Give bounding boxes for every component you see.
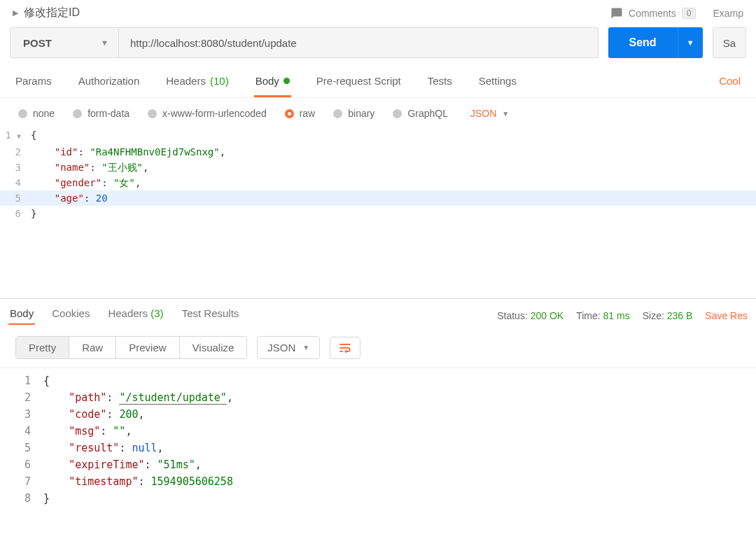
code-line[interactable]: 3 "code": 200, xyxy=(0,406,756,423)
method-select[interactable]: POST ▼ xyxy=(10,27,119,58)
line-number: 5 xyxy=(0,440,43,456)
examples-button[interactable]: Examp xyxy=(713,8,743,19)
response-viewer-bar: Pretty Raw Preview Visualize JSON ▼ xyxy=(0,330,756,365)
body-type-row: none form-data x-www-form-urlencoded raw… xyxy=(0,98,756,126)
radio-icon xyxy=(18,109,27,118)
request-tabs: Params Authorization Headers (10) Body P… xyxy=(0,68,756,98)
body-modified-icon xyxy=(284,78,290,84)
code-line[interactable]: 7 "timestamp": 1594905606258 xyxy=(0,473,756,490)
code-line[interactable]: 2 "path": "/student/update", xyxy=(0,389,756,406)
code-line[interactable]: 4 "gender": "女", xyxy=(0,175,756,190)
line-number: 3 xyxy=(0,406,43,423)
body-type-form-data[interactable]: form-data xyxy=(73,108,130,119)
chevron-down-icon: ▼ xyxy=(502,110,509,118)
code-line[interactable]: 4 "msg": "", xyxy=(0,423,756,440)
tab-authorization[interactable]: Authorization xyxy=(77,68,141,97)
line-number: 3 xyxy=(0,160,31,175)
body-type-urlencoded[interactable]: x-www-form-urlencoded xyxy=(148,108,267,119)
tab-prerequest[interactable]: Pre-request Script xyxy=(315,68,402,97)
line-content: "msg": "", xyxy=(43,423,756,440)
line-content: } xyxy=(43,490,756,507)
status-value: 200 OK xyxy=(531,310,564,321)
radio-icon xyxy=(333,109,342,118)
request-header: ▶ 修改指定ID Comments 0 Examp xyxy=(0,0,756,27)
comments-button[interactable]: Comments 0 xyxy=(610,7,696,20)
code-line[interactable]: 6 "expireTime": "51ms", xyxy=(0,456,756,473)
tab-tests[interactable]: Tests xyxy=(426,68,454,97)
line-number: 1 xyxy=(0,372,43,389)
send-dropdown[interactable]: ▼ xyxy=(678,27,703,58)
radio-icon xyxy=(393,109,402,118)
body-type-none[interactable]: none xyxy=(18,108,55,119)
line-number: 2 xyxy=(0,389,43,406)
line-number: 7 xyxy=(0,473,43,490)
request-bar: POST ▼ http://localhost:8080/student/upd… xyxy=(0,27,756,68)
line-content: "gender": "女", xyxy=(31,175,756,190)
line-number: 5 xyxy=(0,190,31,206)
size-value: 236 B xyxy=(667,310,693,321)
line-content: } xyxy=(31,206,756,221)
response-tab-cookies[interactable]: Cookies xyxy=(50,306,91,325)
request-name[interactable]: 修改指定ID xyxy=(24,6,80,20)
view-raw[interactable]: Raw xyxy=(69,337,116,358)
code-line[interactable]: 6} xyxy=(0,206,756,221)
tab-headers[interactable]: Headers (10) xyxy=(164,68,230,97)
chevron-down-icon: ▼ xyxy=(302,344,309,351)
body-type-graphql[interactable]: GraphQL xyxy=(393,108,448,119)
line-content: { xyxy=(43,372,756,389)
cookies-link[interactable]: Cool xyxy=(718,68,742,97)
save-response-button[interactable]: Save Res xyxy=(705,310,748,321)
code-line[interactable]: 1 ▼{ xyxy=(0,127,756,144)
line-number: 6 xyxy=(0,206,31,221)
line-number: 6 xyxy=(0,456,43,473)
code-line[interactable]: 1{ xyxy=(0,372,756,389)
line-content: "result": null, xyxy=(43,440,756,456)
response-tab-headers[interactable]: Headers (3) xyxy=(106,306,164,325)
body-type-raw[interactable]: raw xyxy=(285,108,316,119)
time-value: 81 ms xyxy=(603,310,630,321)
chevron-down-icon: ▼ xyxy=(687,38,694,47)
comment-icon xyxy=(610,7,623,20)
line-content: "expireTime": "51ms", xyxy=(43,456,756,473)
line-content: "timestamp": 1594905606258 xyxy=(43,473,756,490)
response-format-select[interactable]: JSON ▼ xyxy=(257,336,320,359)
view-pretty[interactable]: Pretty xyxy=(16,337,69,358)
radio-selected-icon xyxy=(285,109,294,118)
view-preview[interactable]: Preview xyxy=(116,337,179,358)
code-line[interactable]: 8} xyxy=(0,490,756,507)
url-input[interactable]: http://localhost:8080/student/update xyxy=(119,27,598,58)
response-tabs: Body Cookies Headers (3) Test Results St… xyxy=(0,298,756,330)
line-content: { xyxy=(31,127,756,144)
radio-icon xyxy=(73,109,82,118)
tab-params[interactable]: Params xyxy=(14,68,53,97)
response-tab-body[interactable]: Body xyxy=(8,306,35,325)
body-format-select[interactable]: JSON ▼ xyxy=(470,108,509,119)
radio-icon xyxy=(148,109,157,118)
request-body-editor[interactable]: 1 ▼{2 "id": "Ra4NFHMBnv0Ejd7wSnxg",3 "na… xyxy=(0,126,756,298)
view-mode-segment: Pretty Raw Preview Visualize xyxy=(15,336,247,359)
collapse-icon[interactable]: ▶ xyxy=(13,8,18,18)
line-number: 1 ▼ xyxy=(0,127,31,144)
code-line[interactable]: 5 "age": 20 xyxy=(0,190,756,206)
line-content: "code": 200, xyxy=(43,406,756,423)
tab-body[interactable]: Body xyxy=(254,68,291,97)
line-content: "age": 20 xyxy=(31,190,756,206)
send-button[interactable]: Send xyxy=(608,27,678,58)
tab-headers-count: (10) xyxy=(210,75,229,87)
line-content: "id": "Ra4NFHMBnv0Ejd7wSnxg", xyxy=(31,144,756,160)
body-type-binary[interactable]: binary xyxy=(333,108,374,119)
wrap-lines-button[interactable] xyxy=(330,337,360,359)
response-tab-test-results[interactable]: Test Results xyxy=(181,306,241,325)
line-number: 4 xyxy=(0,175,31,190)
code-line[interactable]: 2 "id": "Ra4NFHMBnv0Ejd7wSnxg", xyxy=(0,144,756,160)
url-value: http://localhost:8080/student/update xyxy=(130,37,297,49)
response-body-viewer[interactable]: 1{2 "path": "/student/update",3 "code": … xyxy=(0,368,756,511)
comments-label: Comments xyxy=(629,8,676,19)
code-line[interactable]: 5 "result": null, xyxy=(0,440,756,456)
code-line[interactable]: 3 "name": "王小贱", xyxy=(0,160,756,175)
line-content: "name": "王小贱", xyxy=(31,160,756,175)
tab-settings[interactable]: Settings xyxy=(477,68,518,97)
view-visualize[interactable]: Visualize xyxy=(180,337,247,358)
tab-headers-label: Headers xyxy=(166,75,206,87)
save-button[interactable]: Sa xyxy=(713,27,746,58)
